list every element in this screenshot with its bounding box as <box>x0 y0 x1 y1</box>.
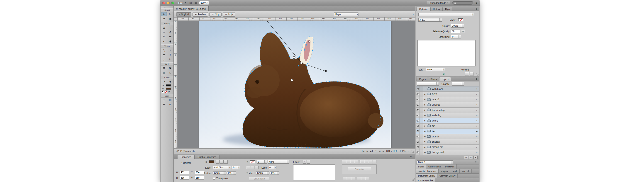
panel-icon-button[interactable] <box>342 160 346 163</box>
zoom-tool[interactable]: ⊙ <box>167 102 173 107</box>
layer-expander[interactable]: ▶ <box>423 141 427 143</box>
layer-row-crumbs[interactable]: ▶ crumbs ○ <box>416 134 479 139</box>
view-mode-tab[interactable]: ▣ Preview <box>192 12 208 17</box>
tools-panel-grip[interactable] <box>161 6 174 8</box>
panel-tab[interactable]: Auto Sh <box>460 169 472 173</box>
rectangle-tool[interactable]: ▭ <box>161 52 167 57</box>
properties-tab[interactable]: Properties <box>178 155 194 159</box>
play-states-button[interactable]: ▶ <box>367 150 368 152</box>
layer-row-ear[interactable]: ▶ ear ◉ <box>416 129 479 134</box>
panel-tab[interactable]: States <box>428 77 439 81</box>
layer-state-icon[interactable]: ○ <box>475 125 479 127</box>
layer-visibility-toggle[interactable] <box>416 145 420 150</box>
panel-tab[interactable]: Document Library <box>416 173 438 178</box>
panel-tab[interactable]: History <box>430 7 442 11</box>
stroke-category-select[interactable]: None▾ <box>268 160 289 163</box>
panel-tab[interactable]: Align <box>443 7 452 11</box>
layer-expander[interactable]: ▶ <box>423 125 427 127</box>
layer-expander[interactable]: ▶ <box>423 120 427 122</box>
layer-expander[interactable]: ▶ <box>423 151 427 153</box>
layer-state-icon[interactable]: ○ <box>475 104 479 106</box>
layer-row-vingette[interactable]: ▶ vingette ○ <box>416 102 479 108</box>
x-field[interactable]: 264 <box>195 171 204 174</box>
layer-visibility-toggle[interactable] <box>416 129 420 134</box>
fill-edge-amount[interactable]: 0▾ <box>232 166 240 169</box>
panel-icon-button[interactable] <box>368 160 372 163</box>
blend-mode-select[interactable]: ▾ <box>417 82 439 85</box>
layer-expander[interactable]: ▶ <box>423 136 427 137</box>
eraser-tool[interactable]: ▭ <box>167 34 173 39</box>
stroke-edge-amount[interactable]: 0▾ <box>268 166 276 169</box>
transparent-checkbox[interactable] <box>213 177 215 179</box>
width-field[interactable]: 451 <box>180 171 189 174</box>
workspace-mode-button[interactable]: Expanded Mode ▾ <box>427 1 450 5</box>
resize-grip[interactable] <box>411 150 414 153</box>
hand-tool[interactable]: ✽ <box>161 102 167 107</box>
document-icon[interactable]: ▤ <box>189 1 192 4</box>
layer-row-shadow[interactable]: ▶ shadow ○ <box>416 139 479 144</box>
search-input[interactable] <box>452 1 473 5</box>
subselection-tool[interactable]: ▷ <box>167 12 173 16</box>
canvas[interactable] <box>199 21 391 148</box>
layer-state-icon[interactable]: ○ <box>475 151 479 154</box>
last-state-button[interactable]: ▶❙ <box>370 150 373 152</box>
export-format-select[interactable]: JPEG▾ <box>418 18 442 22</box>
new-layer-button[interactable]: ▥ <box>469 156 473 159</box>
document-tab[interactable]: × *poster_bunny_001b.png <box>174 6 208 11</box>
panel-tab[interactable]: Common Library <box>438 173 458 178</box>
layer-expander[interactable]: ▶ <box>423 114 427 116</box>
layer-visibility-toggle[interactable] <box>416 118 420 123</box>
crop-tool[interactable]: ▣ <box>167 16 173 21</box>
window-minimize-button[interactable] <box>167 2 170 4</box>
layer-expander[interactable]: ▶ <box>423 104 427 106</box>
freeform-tool[interactable]: ◡ <box>161 57 167 61</box>
layer-visibility-toggle[interactable] <box>416 113 420 118</box>
layer-state-icon[interactable]: ○ <box>475 135 479 138</box>
pencil-tool[interactable]: ✎ <box>161 34 167 39</box>
pointer-tool[interactable]: ➤ <box>161 12 167 16</box>
layer-state-icon[interactable]: ○ <box>475 88 479 90</box>
fill-edge-select[interactable]: Anti-Alias▾ <box>213 166 231 169</box>
panel-menu-icon[interactable]: ≣ <box>476 8 478 10</box>
fill-color-well[interactable] <box>166 87 171 90</box>
layer-state-icon[interactable]: ○ <box>475 114 479 117</box>
stroke-color-well[interactable] <box>166 84 171 86</box>
swap-colors-button[interactable]: ⇄ <box>168 90 170 93</box>
panel-icon-button[interactable] <box>365 177 369 180</box>
panel-icon-button[interactable] <box>364 160 368 163</box>
layer-row-type-v2[interactable]: ▶ type v2 ○ <box>416 97 479 102</box>
panel-menu-icon[interactable]: ≣ <box>476 77 478 80</box>
selective-quality-field[interactable]: 90 <box>451 30 460 33</box>
close-icon[interactable]: × <box>176 8 178 10</box>
layer-row-bits[interactable]: ▶ BITS ○ <box>416 92 479 97</box>
panel-icon-button[interactable] <box>354 160 358 163</box>
panel-icon-button[interactable] <box>346 160 350 163</box>
matte-color-well[interactable] <box>458 19 463 21</box>
panel-icon-button[interactable] <box>343 177 347 180</box>
zoom-level[interactable]: 100% <box>400 150 406 152</box>
state-selector[interactable]: State 1▾ <box>417 160 453 164</box>
panel-tab[interactable]: Layers <box>440 77 451 81</box>
fill-option-button[interactable] <box>220 160 224 163</box>
panel-icon-button[interactable] <box>360 160 364 163</box>
panel-tab[interactable]: Path <box>451 169 460 173</box>
panel-tab[interactable]: Styles <box>416 164 426 169</box>
window-zoom-button[interactable] <box>172 2 174 4</box>
sort-select[interactable]: None▾ <box>426 68 445 71</box>
layer-visibility-toggle[interactable] <box>416 150 420 155</box>
line-tool[interactable]: ╲ <box>161 48 167 52</box>
layer-row-surfacing[interactable]: ▶ surfacing ○ <box>416 113 479 118</box>
resize-grip[interactable] <box>412 178 414 181</box>
smoothing-select[interactable]: 0▾ <box>451 35 461 38</box>
y-field[interactable]: 159 <box>195 176 204 179</box>
blur-tool[interactable]: ◐ <box>161 39 167 43</box>
combine-button[interactable]: Combine <box>348 167 371 171</box>
layer-state-icon[interactable]: ○ <box>475 120 479 122</box>
marquee-tool[interactable]: ◻ <box>161 25 167 30</box>
previous-state-button[interactable]: ◀ <box>379 150 380 152</box>
view-mode-tab[interactable]: ✎ Original <box>176 12 191 17</box>
pointer-icon[interactable]: ➤ <box>184 1 187 4</box>
layer-visibility-toggle[interactable] <box>416 86 420 92</box>
scale-tool[interactable]: ▱ <box>161 16 167 21</box>
panel-menu-icon[interactable]: ≣ <box>476 1 478 4</box>
